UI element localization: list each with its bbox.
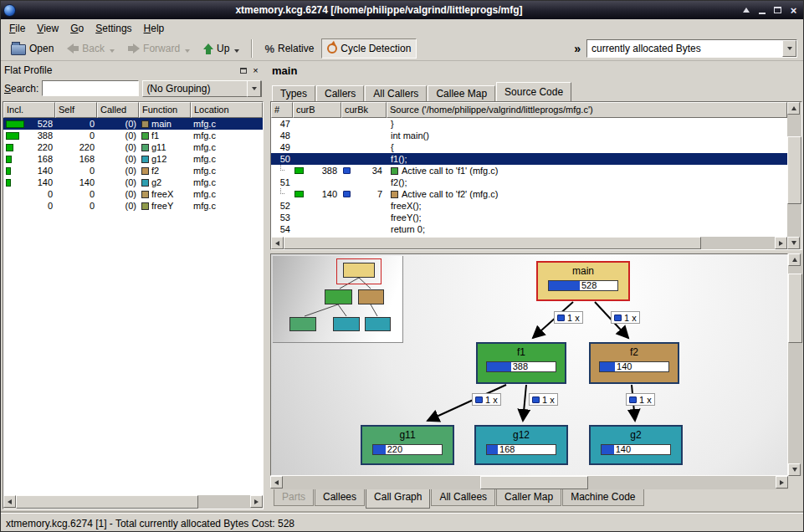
- event-type-dropdown-button[interactable]: [782, 40, 796, 57]
- scrollbar-track[interactable]: [788, 266, 802, 463]
- toolbar-overflow-chevron[interactable]: »: [570, 42, 585, 55]
- tab-all-callers[interactable]: All Callers: [365, 85, 427, 101]
- graph-node-f1[interactable]: f1388: [476, 342, 566, 384]
- source-line-row[interactable]: 54return 0;: [271, 223, 787, 235]
- dock-close-button[interactable]: ×: [249, 64, 262, 76]
- function-row-f1[interactable]: 3880(0)f1mfg.c: [3, 130, 263, 141]
- close-button[interactable]: ×: [786, 3, 801, 17]
- function-row-g11[interactable]: 220220(0)g11mfg.c: [3, 141, 263, 153]
- source-column-header-curb[interactable]: curB: [293, 102, 341, 118]
- source-line-row[interactable]: 51f2();: [271, 176, 787, 188]
- active-call-row[interactable]: 38834Active call to 'f1' (mfg.c): [271, 165, 787, 176]
- active-call-row[interactable]: 1407Active call to 'f2' (mfg.c): [271, 188, 787, 200]
- scroll-right-button[interactable]: [250, 495, 263, 508]
- function-row-freey[interactable]: 00(0)freeYmfg.c: [3, 200, 263, 212]
- tab-call-graph[interactable]: Call Graph: [366, 489, 430, 509]
- scrollbar-thumb[interactable]: [787, 136, 801, 203]
- function-row-freex[interactable]: 00(0)freeXmfg.c: [3, 188, 263, 200]
- function-row-g12[interactable]: 168168(0)g12mfg.c: [3, 153, 263, 165]
- scroll-left-button[interactable]: [270, 476, 283, 489]
- scroll-left-button[interactable]: [3, 495, 16, 508]
- scrollbar-track[interactable]: [16, 495, 250, 509]
- titlebar[interactable]: xtmemory.kcg.6274 [/home/philippe/valgri…: [1, 1, 803, 19]
- forward-button[interactable]: Forward: [122, 38, 196, 59]
- source-line-row[interactable]: 48int main(): [271, 130, 787, 141]
- tab-callees[interactable]: Callees: [315, 489, 365, 506]
- function-row-main[interactable]: 5280(0)mainmfg.c: [3, 118, 263, 130]
- menu-item-file[interactable]: File: [3, 21, 31, 36]
- menu-item-settings[interactable]: Settings: [90, 21, 137, 36]
- minimap-view-rect[interactable]: [336, 258, 382, 284]
- back-button[interactable]: Back: [61, 38, 120, 59]
- menu-item-go[interactable]: Go: [64, 21, 90, 36]
- dock-titlebar[interactable]: Flat Profile ×: [3, 63, 264, 78]
- flat-profile-hscrollbar[interactable]: [3, 495, 263, 509]
- call-graph-canvas[interactable]: main528f1388f2140g11220g12168g21401 x1 x…: [270, 253, 788, 476]
- column-header-function[interactable]: Function: [139, 102, 191, 118]
- column-header-incl-[interactable]: Incl.: [3, 102, 55, 118]
- grouping-dropdown-button[interactable]: [247, 80, 261, 97]
- scrollbar-track[interactable]: [283, 476, 776, 489]
- scroll-up-button[interactable]: [787, 102, 800, 115]
- scrollbar-thumb[interactable]: [16, 495, 198, 509]
- tab-machine-code[interactable]: Machine Code: [562, 489, 643, 506]
- scroll-down-button[interactable]: [787, 237, 800, 249]
- source-vscrollbar[interactable]: [787, 102, 801, 249]
- function-row-g2[interactable]: 140140(0)g2mfg.c: [3, 176, 263, 188]
- relative-toggle-button[interactable]: % Relative: [259, 38, 320, 59]
- graph-node-f2[interactable]: f2140: [589, 342, 679, 384]
- source-line-row[interactable]: 52freeX();: [271, 200, 787, 212]
- scrollbar-thumb[interactable]: [480, 476, 589, 489]
- shade-button[interactable]: [739, 3, 753, 17]
- up-button[interactable]: Up: [197, 38, 245, 59]
- tab-all-callees[interactable]: All Callees: [431, 489, 495, 506]
- open-button[interactable]: Open: [5, 38, 59, 59]
- scroll-right-button[interactable]: [776, 476, 788, 489]
- triangle-up-icon: [791, 106, 796, 110]
- tab-types[interactable]: Types: [272, 85, 315, 101]
- graph-node-g12[interactable]: g12168: [474, 425, 568, 465]
- scrollbar-track[interactable]: [787, 115, 801, 237]
- cycle-detection-toggle-button[interactable]: Cycle Detection: [321, 38, 417, 59]
- menu-item-help[interactable]: Help: [138, 21, 171, 36]
- graph-node-g2[interactable]: g2140: [589, 425, 683, 465]
- function-row-f2[interactable]: 1400(0)f2mfg.c: [3, 165, 263, 176]
- cell-curb: [293, 153, 341, 165]
- scroll-left-button[interactable]: [271, 237, 284, 249]
- graph-vscrollbar[interactable]: [788, 253, 802, 476]
- source-hscrollbar[interactable]: [271, 237, 787, 249]
- source-column-header--[interactable]: #: [271, 102, 293, 118]
- tab-callee-map[interactable]: Callee Map: [428, 85, 495, 101]
- graph-overview-minimap[interactable]: [273, 256, 403, 343]
- source-column-header-source[interactable]: Source ('/home/philippe/valgrind/littlep…: [387, 102, 787, 118]
- graph-node-main[interactable]: main528: [536, 261, 630, 301]
- source-line-row[interactable]: 49{: [271, 141, 787, 153]
- scroll-right-button[interactable]: [775, 237, 787, 249]
- column-header-called[interactable]: Called: [97, 102, 139, 118]
- grouping-selector[interactable]: (No Grouping): [142, 80, 262, 97]
- dock-float-button[interactable]: [237, 64, 249, 76]
- menu-item-view[interactable]: View: [31, 21, 64, 36]
- scrollbar-track[interactable]: [284, 237, 775, 249]
- search-input[interactable]: [42, 80, 139, 96]
- event-type-selector[interactable]: currently allocated Bytes: [586, 39, 797, 58]
- source-line-row[interactable]: 50f1();: [271, 153, 787, 165]
- tab-callers[interactable]: Callers: [316, 85, 364, 101]
- tab-parts[interactable]: Parts: [274, 489, 314, 506]
- tab-caller-map[interactable]: Caller Map: [496, 489, 561, 506]
- minimize-button[interactable]: [755, 3, 769, 17]
- scrollbar-thumb[interactable]: [284, 237, 701, 249]
- graph-hscrollbar[interactable]: [270, 476, 788, 489]
- maximize-button[interactable]: [771, 3, 785, 17]
- source-line-row[interactable]: 47}: [271, 118, 787, 130]
- tab-source-code[interactable]: Source Code: [496, 82, 571, 101]
- column-header-location[interactable]: Location: [191, 102, 263, 118]
- cost-bar: 528: [548, 280, 618, 291]
- graph-node-g11[interactable]: g11220: [361, 425, 454, 465]
- source-line-row[interactable]: 53freeY();: [271, 212, 787, 223]
- scroll-down-button[interactable]: [788, 463, 801, 476]
- source-column-header-curbk[interactable]: curBk: [341, 102, 387, 118]
- scroll-up-button[interactable]: [788, 253, 801, 266]
- column-header-self[interactable]: Self: [55, 102, 97, 118]
- scrollbar-thumb[interactable]: [788, 274, 802, 343]
